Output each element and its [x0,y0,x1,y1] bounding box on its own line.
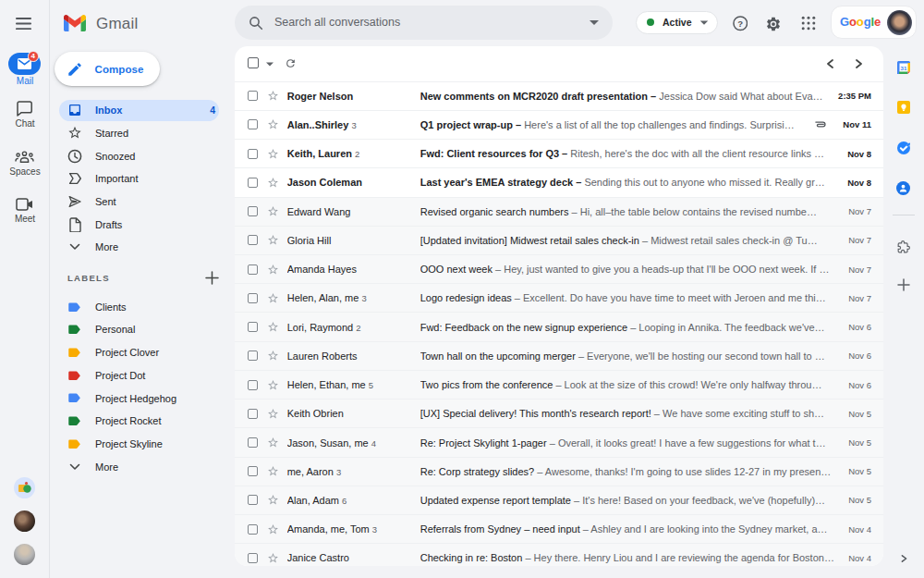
svg-text:?: ? [737,18,743,29]
svg-text:31: 31 [901,65,907,71]
